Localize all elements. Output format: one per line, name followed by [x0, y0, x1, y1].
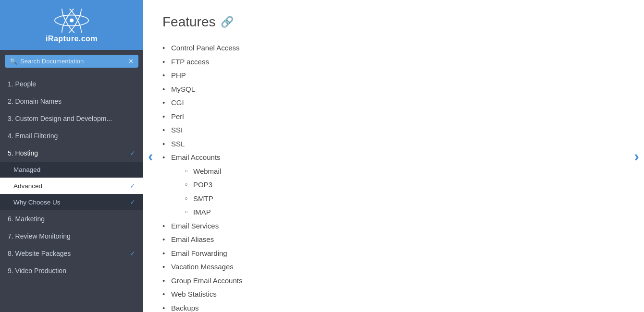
sidebar-header: iRapture.com	[0, 0, 143, 50]
search-clear-icon[interactable]: ✕	[128, 58, 134, 65]
feature-item-6: SSI	[162, 123, 625, 137]
nav-label-8: 9. Video Production	[8, 267, 66, 275]
feature-item-14: Web Statistics	[162, 288, 625, 301]
feature-text-7: SSL	[171, 140, 185, 148]
feature-text-9: Email Services	[171, 222, 219, 230]
feature-item-7: SSL	[162, 137, 625, 151]
feature-item-15: Backups	[162, 301, 625, 312]
logo-icon	[52, 9, 91, 33]
feature-item-3: MySQL	[162, 83, 625, 96]
feature-text-4: CGI	[171, 98, 184, 107]
feature-item-2: PHP	[162, 69, 625, 83]
nav-link-2[interactable]: 3. Custom Design and Developm...	[0, 110, 143, 127]
sub-nav-label-4-2: Why Choose Us	[13, 199, 61, 206]
logo-text: iRapture.com	[46, 35, 98, 43]
nav-link-7[interactable]: 8. Website Packages✓	[0, 245, 143, 262]
nav-item-2: 3. Custom Design and Developm...	[0, 110, 143, 127]
page-title-text: Features	[162, 14, 216, 30]
nav-item-4: 5. Hosting✓ManagedAdvanced✓Why Choose Us…	[0, 144, 143, 210]
feature-text-15: Backups	[171, 304, 199, 312]
feature-text-0: Control Panel Access	[171, 44, 240, 52]
nav-link-5[interactable]: 6. Marketing	[0, 210, 143, 228]
nav-label-7: 8. Website Packages	[8, 250, 71, 257]
feature-item-11: Email Forwarding	[162, 247, 625, 261]
features-list: Control Panel AccessFTP accessPHPMySQLCG…	[162, 41, 625, 312]
sub-nav-item-4-1[interactable]: Advanced✓	[0, 178, 143, 194]
nav-link-6[interactable]: 7. Review Monitoring	[0, 228, 143, 245]
sub-nav-label-4-1: Advanced	[13, 182, 42, 190]
search-icon: 🔍	[10, 58, 17, 65]
link-icon: 🔗	[221, 16, 234, 28]
feature-item-13: Group Email Accounts	[162, 274, 625, 288]
feature-text-12: Vacation Messages	[171, 263, 234, 271]
nav-label-0: 1. People	[8, 80, 36, 88]
nav-item-6: 7. Review Monitoring	[0, 228, 143, 245]
feature-item-5: Perl	[162, 110, 625, 124]
nav-link-4[interactable]: 5. Hosting✓	[0, 144, 143, 162]
search-box[interactable]: 🔍 ✕	[5, 55, 138, 68]
nav-item-3: 4. Email Filtering	[0, 127, 143, 144]
sub-check-icon-4-1: ✓	[130, 182, 136, 190]
nav-label-1: 2. Domain Names	[8, 97, 62, 105]
feature-item-8: Email AccountsWebmailPOP3SMTPIMAP	[162, 151, 625, 219]
nav-label-5: 6. Marketing	[8, 215, 45, 223]
sidebar: iRapture.com 🔍 ✕ 1. People2. Domain Name…	[0, 0, 143, 312]
nav-label-4: 5. Hosting	[8, 149, 38, 157]
nav-link-8[interactable]: 9. Video Production	[0, 262, 143, 279]
nav-item-7: 8. Website Packages✓	[0, 245, 143, 262]
feature-item-9: Email Services	[162, 219, 625, 233]
nav-item-1: 2. Domain Names	[0, 93, 143, 110]
nav-item-0: 1. People	[0, 75, 143, 93]
nav-item-5: 6. Marketing	[0, 210, 143, 228]
feature-subitem-8-1: POP3	[185, 178, 625, 192]
nav-link-0[interactable]: 1. People	[0, 75, 143, 93]
check-icon-4: ✓	[130, 149, 136, 157]
feature-text-6: SSI	[171, 126, 183, 134]
nav-label-6: 7. Review Monitoring	[8, 232, 71, 240]
nav-item-8: 9. Video Production	[0, 262, 143, 279]
nav-link-3[interactable]: 4. Email Filtering	[0, 127, 143, 144]
feature-text-3: MySQL	[171, 85, 195, 93]
next-nav-arrow[interactable]: ›	[634, 147, 639, 165]
main-content: Features 🔗 Control Panel AccessFTP acces…	[143, 0, 644, 312]
feature-item-0: Control Panel Access	[162, 41, 625, 55]
check-icon-7: ✓	[130, 250, 136, 257]
nav-list: 1. People2. Domain Names3. Custom Design…	[0, 72, 143, 282]
feature-text-10: Email Aliases	[171, 235, 214, 243]
feature-sublist-8: WebmailPOP3SMTPIMAP	[185, 165, 625, 219]
feature-text-8: Email Accounts	[171, 153, 221, 161]
sub-nav-label-4-0: Managed	[13, 166, 40, 173]
feature-subitem-8-2: SMTP	[185, 192, 625, 206]
sub-nav-item-4-0[interactable]: Managed	[0, 162, 143, 178]
nav-label-3: 4. Email Filtering	[8, 132, 58, 140]
feature-item-1: FTP access	[162, 55, 625, 69]
feature-text-13: Group Email Accounts	[171, 276, 242, 285]
feature-item-12: Vacation Messages	[162, 260, 625, 274]
nav-link-1[interactable]: 2. Domain Names	[0, 93, 143, 110]
prev-nav-arrow[interactable]: ‹	[148, 147, 153, 165]
sub-nav-4: ManagedAdvanced✓Why Choose Us✓	[0, 162, 143, 210]
feature-text-2: PHP	[171, 71, 186, 79]
feature-text-11: Email Forwarding	[171, 249, 227, 257]
feature-subitem-8-0: Webmail	[185, 165, 625, 179]
nav-label-2: 3. Custom Design and Developm...	[8, 115, 112, 122]
feature-item-10: Email Aliases	[162, 233, 625, 247]
search-input[interactable]	[20, 58, 128, 65]
feature-subitem-8-3: IMAP	[185, 205, 625, 219]
svg-point-3	[70, 19, 74, 23]
sub-check-icon-4-2: ✓	[130, 198, 136, 206]
feature-item-4: CGI	[162, 96, 625, 110]
page-title: Features 🔗	[162, 14, 625, 30]
feature-text-14: Web Statistics	[171, 290, 217, 298]
feature-text-5: Perl	[171, 112, 184, 120]
feature-text-1: FTP access	[171, 58, 209, 66]
sub-nav-item-4-2[interactable]: Why Choose Us✓	[0, 194, 143, 210]
